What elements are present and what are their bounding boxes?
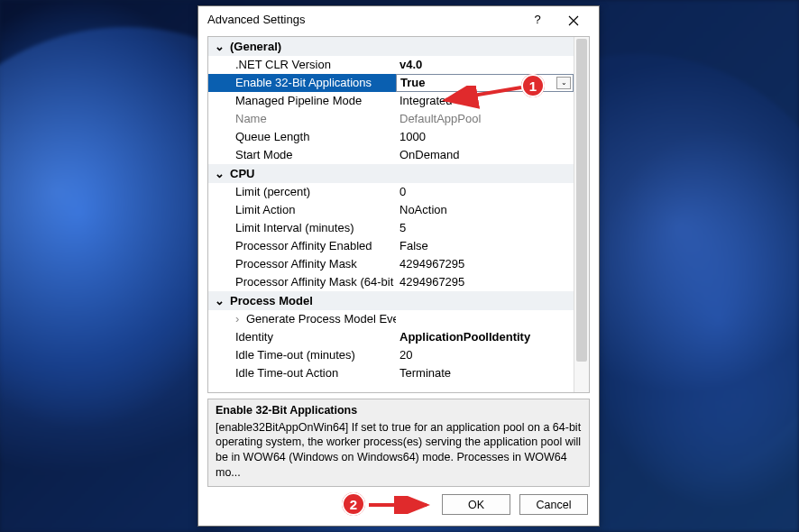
row-limit-percent[interactable]: Limit (percent) 0 [208, 183, 574, 201]
prop-label: Limit Action [208, 203, 396, 216]
prop-label: Name [208, 112, 396, 125]
prop-value: 1000 [396, 130, 574, 143]
scrollbar-thumb[interactable] [576, 39, 587, 362]
description-title: Enable 32-Bit Applications [216, 403, 582, 418]
row-limit-action[interactable]: Limit Action NoAction [208, 201, 574, 219]
row-generate-proc-event[interactable]: ›Generate Process Model Event L [208, 310, 574, 328]
category-label: Process Model [230, 294, 313, 307]
prop-value: 4294967295 [396, 257, 574, 271]
prop-label: ›Generate Process Model Event L [208, 312, 396, 326]
annotation-arrow-2-icon [367, 496, 430, 514]
prop-label: Enable 32-Bit Applications [208, 76, 396, 89]
cancel-button[interactable]: Cancel [519, 494, 588, 515]
row-proc-affinity-mask-64[interactable]: Processor Affinity Mask (64-bit o 429496… [208, 273, 574, 291]
row-net-clr-version[interactable]: .NET CLR Version v4.0 [208, 56, 574, 74]
prop-label: Idle Time-out Action [208, 366, 396, 380]
chevron-down-icon: ⌄ [214, 167, 225, 180]
chevron-down-icon: ⌄ [561, 78, 567, 87]
prop-label: Processor Affinity Mask (64-bit o [208, 275, 396, 289]
prop-label: .NET CLR Version [208, 58, 396, 71]
prop-value: 20 [396, 348, 574, 362]
row-proc-affinity-enabled[interactable]: Processor Affinity Enabled False [208, 237, 574, 255]
category-process-model[interactable]: ⌄ Process Model [208, 291, 574, 310]
prop-value: True [400, 76, 425, 89]
row-start-mode[interactable]: Start Mode OnDemand [208, 146, 574, 164]
row-queue-length[interactable]: Queue Length 1000 [208, 128, 574, 146]
prop-label: Processor Affinity Enabled [208, 239, 396, 252]
prop-value: 0 [396, 185, 574, 198]
prop-value: OnDemand [396, 148, 574, 161]
category-general[interactable]: ⌄ (General) [208, 37, 574, 56]
prop-value: NoAction [396, 203, 574, 216]
prop-label: Processor Affinity Mask [208, 257, 396, 271]
chevron-down-icon: ⌄ [214, 294, 225, 307]
titlebar[interactable]: Advanced Settings ? [198, 6, 599, 32]
row-identity[interactable]: Identity ApplicationPoolIdentity [208, 328, 574, 346]
category-label: CPU [230, 167, 254, 180]
prop-label: Limit (percent) [208, 185, 396, 198]
prop-label: Managed Pipeline Mode [208, 94, 396, 107]
prop-value: ApplicationPoolIdentity [396, 330, 574, 344]
annotation-badge-2: 2 [342, 492, 365, 516]
row-name[interactable]: Name DefaultAppPool [208, 110, 574, 128]
prop-label: Idle Time-out (minutes) [208, 348, 396, 362]
prop-label: Identity [208, 330, 396, 344]
help-button[interactable]: ? [519, 13, 556, 26]
category-cpu[interactable]: ⌄ CPU [208, 164, 574, 183]
row-limit-interval[interactable]: Limit Interval (minutes) 5 [208, 219, 574, 237]
scrollbar[interactable] [574, 37, 589, 392]
dropdown-button[interactable]: ⌄ [556, 77, 571, 89]
chevron-right-icon: › [235, 312, 246, 326]
dialog-title: Advanced Settings [207, 13, 519, 26]
chevron-down-icon: ⌄ [214, 40, 225, 53]
annotation-badge-1: 1 [521, 74, 545, 97]
prop-label: Limit Interval (minutes) [208, 221, 396, 234]
description-pane: Enable 32-Bit Applications [enable32BitA… [207, 399, 590, 487]
prop-value: v4.0 [396, 58, 574, 71]
close-icon [568, 15, 579, 26]
prop-value: 5 [396, 221, 574, 234]
ok-button[interactable]: OK [442, 494, 510, 515]
close-button[interactable] [556, 12, 592, 26]
prop-label: Queue Length [208, 130, 396, 143]
prop-value: 4294967295 [396, 275, 574, 289]
row-idle-timeout-action[interactable]: Idle Time-out Action Terminate [208, 364, 574, 382]
prop-label: Start Mode [208, 148, 396, 161]
row-idle-timeout[interactable]: Idle Time-out (minutes) 20 [208, 346, 574, 364]
annotation-arrow-1-icon [442, 86, 523, 109]
prop-value: False [396, 239, 574, 252]
svg-line-0 [445, 87, 521, 100]
description-body: [enable32BitAppOnWin64] If set to true f… [216, 421, 581, 480]
category-label: (General) [230, 40, 281, 53]
row-proc-affinity-mask[interactable]: Processor Affinity Mask 4294967295 [208, 255, 574, 273]
prop-value: DefaultAppPool [396, 112, 574, 125]
prop-value: Terminate [396, 366, 574, 380]
